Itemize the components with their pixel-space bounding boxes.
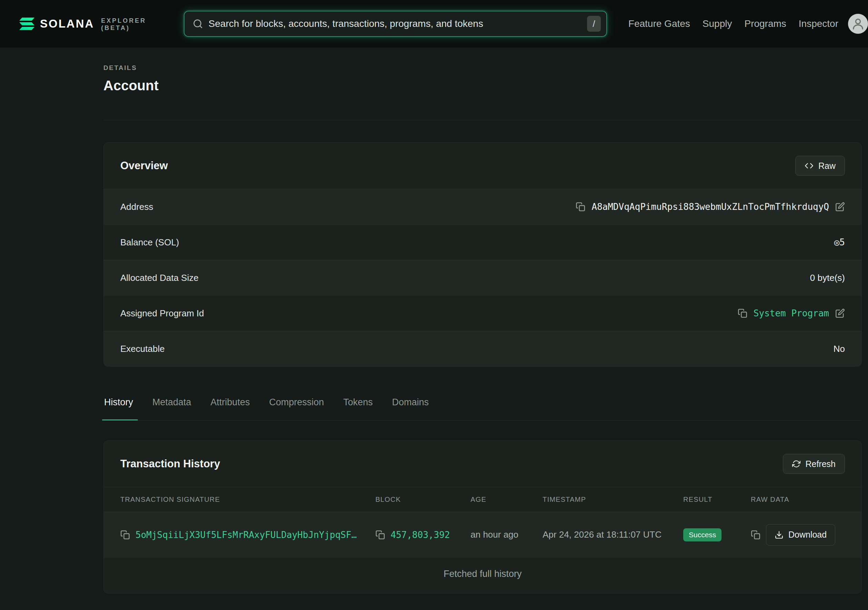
copy-address-button[interactable] <box>576 202 585 212</box>
download-icon <box>775 530 784 539</box>
transaction-history-header: Transaction History Refresh <box>104 441 862 487</box>
download-button-label: Download <box>788 530 827 540</box>
column-header-age: AGE <box>471 495 542 503</box>
cell-timestamp: Apr 24, 2026 at 18:11:07 UTC <box>542 529 683 540</box>
overview-title: Overview <box>120 159 168 172</box>
column-header-block: BLOCK <box>375 495 471 503</box>
column-header-raw-data: RAW DATA <box>751 495 845 503</box>
download-button[interactable]: Download <box>766 524 835 545</box>
system-program-link[interactable]: System Program <box>753 308 829 319</box>
header-divider <box>104 120 862 120</box>
edit-address-button[interactable] <box>835 202 845 212</box>
nav-links: Feature Gates Supply Programs Inspector <box>628 18 839 29</box>
brand[interactable]: SOLANA EXPLORER (BETA) <box>19 16 175 32</box>
avatar[interactable] <box>848 14 868 34</box>
cell-result: Success <box>683 528 751 542</box>
cell-signature: 5oMjSqiiLjX3Uf5LFsMrRAxyFULDayHbJnYjpqSF… <box>120 530 375 540</box>
navbar: SOLANA EXPLORER (BETA) / Feature Gates S… <box>0 0 868 48</box>
cell-raw-data: Download <box>751 524 845 545</box>
nav-link-feature-gates[interactable]: Feature Gates <box>628 18 690 29</box>
overview-card: Overview Raw Address A8aMDVqAqPimuRpsi88… <box>104 142 862 367</box>
tab-metadata[interactable]: Metadata <box>152 397 191 420</box>
raw-button-label: Raw <box>818 161 835 171</box>
tab-attributes[interactable]: Attributes <box>211 397 250 420</box>
transaction-signature-link[interactable]: 5oMjSqiiLjX3Uf5LFsMrRAxyFULDayHbJnYjpqSF… <box>135 530 357 540</box>
tab-history[interactable]: History <box>104 397 133 420</box>
block-link[interactable]: 457,803,392 <box>391 530 450 540</box>
search-bar[interactable]: / <box>184 11 607 37</box>
search-input[interactable] <box>203 18 587 29</box>
row-label: Address <box>120 201 153 212</box>
executable-value: No <box>834 344 845 354</box>
overview-row-balance: Balance (SOL) ◎5 <box>104 224 862 260</box>
tab-compression[interactable]: Compression <box>269 397 324 420</box>
transaction-history-title: Transaction History <box>120 458 220 470</box>
nav-link-inspector[interactable]: Inspector <box>799 18 839 29</box>
user-icon <box>851 17 865 31</box>
tab-domains[interactable]: Domains <box>392 397 429 420</box>
refresh-button[interactable]: Refresh <box>783 454 845 474</box>
column-header-result: RESULT <box>683 495 751 503</box>
copy-program-id-button[interactable] <box>738 308 747 318</box>
history-footer-status: Fetched full history <box>104 557 862 593</box>
success-badge: Success <box>683 528 721 542</box>
balance-value: ◎5 <box>834 237 845 248</box>
search-icon <box>193 19 203 29</box>
page-title: Account <box>104 77 862 94</box>
search-shortcut-badge: / <box>587 16 601 32</box>
row-label: Executable <box>120 344 165 354</box>
overview-row-address: Address A8aMDVqAqPimuRpsi883webmUxZLnToc… <box>104 189 862 224</box>
copy-raw-data-button[interactable] <box>751 530 761 540</box>
account-tabs: History Metadata Attributes Compression … <box>104 397 862 420</box>
copy-icon <box>751 530 761 540</box>
transaction-table-header: TRANSACTION SIGNATURE BLOCK AGE TIMESTAM… <box>104 487 862 512</box>
edit-icon <box>835 202 845 212</box>
copy-icon <box>120 530 130 540</box>
overview-card-header: Overview Raw <box>104 143 862 189</box>
code-icon <box>804 161 814 170</box>
row-label: Assigned Program Id <box>120 308 204 319</box>
transaction-row: 5oMjSqiiLjX3Uf5LFsMrRAxyFULDayHbJnYjpqSF… <box>104 512 862 557</box>
cell-age: an hour ago <box>471 529 542 540</box>
tab-tokens[interactable]: Tokens <box>343 397 373 420</box>
column-header-timestamp: TIMESTAMP <box>542 495 683 503</box>
copy-block-button[interactable] <box>375 530 385 540</box>
overview-row-data-size: Allocated Data Size 0 byte(s) <box>104 260 862 295</box>
details-eyebrow: DETAILS <box>104 64 862 72</box>
data-size-value: 0 byte(s) <box>810 272 845 283</box>
edit-icon <box>835 308 845 318</box>
cell-block: 457,803,392 <box>375 530 471 540</box>
row-label: Allocated Data Size <box>120 272 198 283</box>
main-content: DETAILS Account Overview Raw Address A8a… <box>104 48 862 593</box>
copy-icon <box>738 308 747 318</box>
solana-logo-icon <box>19 18 34 30</box>
copy-icon <box>576 202 585 212</box>
row-label: Balance (SOL) <box>120 237 179 248</box>
overview-row-assigned-program: Assigned Program Id System Program <box>104 295 862 331</box>
copy-icon <box>375 530 385 540</box>
raw-button[interactable]: Raw <box>795 156 845 176</box>
brand-subtitle: EXPLORER (BETA) <box>101 17 175 32</box>
overview-row-executable: Executable No <box>104 331 862 366</box>
transaction-history-card: Transaction History Refresh TRANSACTION … <box>104 440 862 593</box>
nav-link-programs[interactable]: Programs <box>744 18 786 29</box>
copy-signature-button[interactable] <box>120 530 130 540</box>
column-header-signature: TRANSACTION SIGNATURE <box>120 495 375 503</box>
edit-program-id-button[interactable] <box>835 308 845 318</box>
refresh-button-label: Refresh <box>805 459 835 469</box>
refresh-icon <box>792 460 800 468</box>
nav-link-supply[interactable]: Supply <box>702 18 732 29</box>
brand-name: SOLANA <box>40 17 94 30</box>
address-value: A8aMDVqAqPimuRpsi883webmUxZLnTocPmTfhkrd… <box>592 201 829 212</box>
